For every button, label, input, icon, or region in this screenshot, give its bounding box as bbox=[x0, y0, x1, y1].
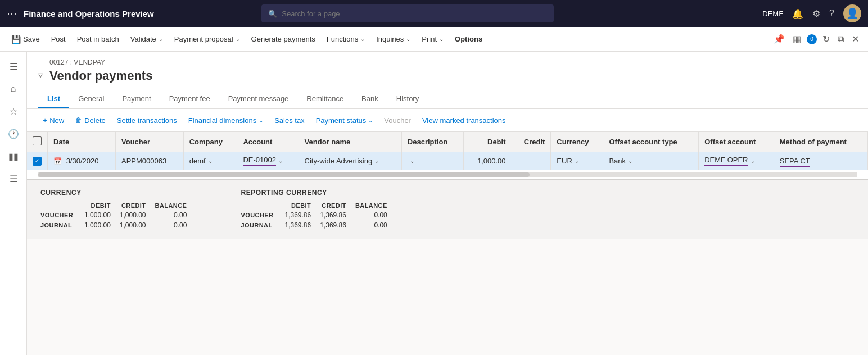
tab-list[interactable]: List bbox=[38, 90, 69, 108]
description-dropdown-icon[interactable]: ⌄ bbox=[410, 158, 414, 164]
tab-remittance[interactable]: Remittance bbox=[297, 90, 352, 108]
offset-account-dropdown-icon[interactable]: ⌄ bbox=[751, 158, 755, 164]
currency-journal-label: JOURNAL bbox=[40, 220, 84, 230]
app-grid-icon[interactable]: ⋯ bbox=[7, 7, 17, 20]
notifications-icon[interactable]: 🔔 bbox=[792, 8, 803, 19]
cell-debit: 1,000.00 bbox=[464, 152, 512, 170]
save-button[interactable]: 💾 Save bbox=[7, 33, 44, 46]
validate-chevron-icon: ⌄ bbox=[159, 36, 163, 42]
post-in-batch-button[interactable]: Post in batch bbox=[73, 33, 124, 45]
options-button[interactable]: Options bbox=[450, 33, 487, 45]
view-marked-transactions-button[interactable]: View marked transactions bbox=[418, 114, 510, 127]
delete-button[interactable]: 🗑 Delete bbox=[71, 114, 110, 127]
calendar-icon[interactable]: 📅 bbox=[53, 157, 62, 165]
offset-account-type-dropdown-icon[interactable]: ⌄ bbox=[628, 158, 632, 164]
cell-offset-account-type: Bank ⌄ bbox=[603, 152, 699, 170]
close-icon[interactable]: ✕ bbox=[849, 31, 861, 47]
tab-payment-fee[interactable]: Payment fee bbox=[160, 90, 219, 108]
payment-status-chevron-icon: ⌄ bbox=[368, 117, 373, 124]
reporting-journal-balance: 0.00 bbox=[355, 220, 396, 230]
col-header-credit: Credit bbox=[512, 132, 551, 152]
col-header-account: Account bbox=[237, 132, 299, 152]
col-header-date: Date bbox=[48, 132, 116, 152]
sidebar-item-recent[interactable]: 🕐 bbox=[3, 124, 24, 144]
tab-general[interactable]: General bbox=[69, 90, 113, 108]
grid-toolbar: + New 🗑 Delete Settle transactions Finan… bbox=[27, 109, 868, 132]
new-button[interactable]: + New bbox=[38, 113, 69, 127]
refresh-icon[interactable]: ↻ bbox=[820, 31, 832, 47]
validate-button[interactable]: Validate ⌄ bbox=[126, 33, 168, 45]
top-nav-right: DEMF 🔔 ⚙ ? 👤 bbox=[762, 4, 861, 22]
breadcrumb: 00127 : VENDPAY bbox=[49, 58, 152, 66]
page-header: ▿ 00127 : VENDPAY Vendor payments List G… bbox=[27, 52, 868, 109]
payment-proposal-button[interactable]: Payment proposal ⌄ bbox=[170, 33, 245, 45]
voucher-button[interactable]: Voucher bbox=[379, 114, 415, 127]
col-header-check bbox=[27, 132, 48, 152]
sales-tax-button[interactable]: Sales tax bbox=[270, 114, 309, 127]
expand-icon[interactable]: ▦ bbox=[790, 31, 803, 47]
data-grid-container: Date Voucher Company Account Vendor name… bbox=[27, 132, 868, 179]
table-row[interactable]: ✓ 📅 3/30/2020 APPM000063 demf ⌄ bbox=[27, 152, 868, 170]
tab-bank[interactable]: Bank bbox=[352, 90, 387, 108]
currency-voucher-label: VOUCHER bbox=[40, 210, 84, 220]
reporting-journal-label: JOURNAL bbox=[241, 220, 284, 230]
currency-debit-header: DEBIT bbox=[84, 201, 120, 210]
generate-payments-button[interactable]: Generate payments bbox=[247, 33, 320, 45]
sidebar-item-workspaces[interactable]: ▮▮ bbox=[3, 146, 24, 166]
tab-history[interactable]: History bbox=[387, 90, 428, 108]
sidebar-item-hamburger[interactable]: ☰ bbox=[3, 56, 24, 76]
header-checkbox[interactable] bbox=[33, 136, 42, 145]
sidebar-item-favorites[interactable]: ☆ bbox=[3, 101, 24, 121]
cell-voucher: APPM000063 bbox=[116, 152, 184, 170]
settle-transactions-button[interactable]: Settle transactions bbox=[112, 114, 182, 127]
open-new-icon[interactable]: ⧉ bbox=[835, 32, 846, 47]
payment-status-button[interactable]: Payment status ⌄ bbox=[311, 114, 378, 127]
top-navigation: ⋯ Finance and Operations Preview 🔍 DEMF … bbox=[0, 0, 868, 27]
cell-currency: EUR ⌄ bbox=[551, 152, 603, 170]
avatar[interactable]: 👤 bbox=[843, 4, 861, 22]
filter-icon[interactable]: ▿ bbox=[38, 70, 43, 80]
print-button[interactable]: Print ⌄ bbox=[417, 33, 448, 45]
col-header-company: Company bbox=[183, 132, 237, 152]
tab-payment[interactable]: Payment bbox=[113, 90, 160, 108]
reporting-journal-row: JOURNAL 1,369.86 1,369.86 0.00 bbox=[241, 220, 396, 230]
currency-section-title: CURRENCY bbox=[40, 189, 196, 197]
pin-icon[interactable]: 📌 bbox=[771, 31, 787, 47]
currency-voucher-debit: 1,000.00 bbox=[84, 210, 120, 220]
vendor-name-dropdown-icon[interactable]: ⌄ bbox=[374, 158, 379, 164]
financial-dimensions-button[interactable]: Financial dimensions ⌄ bbox=[184, 114, 268, 127]
save-icon: 💾 bbox=[11, 35, 21, 44]
data-grid: Date Voucher Company Account Vendor name… bbox=[27, 132, 868, 170]
reporting-voucher-row: VOUCHER 1,369.86 1,369.86 0.00 bbox=[241, 210, 396, 220]
main-content: ▿ 00127 : VENDPAY Vendor payments List G… bbox=[27, 52, 868, 355]
row-checkbox-cell: ✓ bbox=[27, 152, 48, 170]
payment-proposal-chevron-icon: ⌄ bbox=[236, 36, 240, 42]
col-header-debit: Debit bbox=[464, 132, 512, 152]
col-header-description: Description bbox=[401, 132, 463, 152]
inquiries-chevron-icon: ⌄ bbox=[406, 36, 410, 42]
tab-payment-message[interactable]: Payment message bbox=[219, 90, 298, 108]
col-header-offset-account: Offset account bbox=[699, 132, 774, 152]
search-input[interactable] bbox=[282, 10, 547, 18]
currency-journal-balance: 0.00 bbox=[155, 220, 196, 230]
currency-dropdown-icon[interactable]: ⌄ bbox=[575, 158, 579, 164]
currency-voucher-balance: 0.00 bbox=[155, 210, 196, 220]
functions-button[interactable]: Functions ⌄ bbox=[322, 33, 369, 45]
reporting-journal-credit: 1,369.86 bbox=[320, 220, 355, 230]
horizontal-scrollbar[interactable] bbox=[38, 172, 857, 177]
help-icon[interactable]: ? bbox=[829, 8, 834, 19]
row-checkbox[interactable]: ✓ bbox=[33, 157, 42, 166]
currency-journal-credit: 1,000.00 bbox=[120, 220, 155, 230]
col-header-vendor-name: Vendor name bbox=[299, 132, 401, 152]
cell-description: ⌄ bbox=[401, 152, 463, 170]
reporting-voucher-debit: 1,369.86 bbox=[284, 210, 320, 220]
company-dropdown-icon[interactable]: ⌄ bbox=[208, 158, 213, 164]
sidebar-item-home[interactable]: ⌂ bbox=[3, 79, 24, 99]
sidebar-item-modules[interactable]: ☰ bbox=[3, 169, 24, 189]
financial-dimensions-chevron-icon: ⌄ bbox=[259, 117, 263, 124]
settings-icon[interactable]: ⚙ bbox=[812, 8, 820, 19]
inquiries-button[interactable]: Inquiries ⌄ bbox=[372, 33, 415, 45]
post-button[interactable]: Post bbox=[47, 33, 70, 45]
account-dropdown-icon[interactable]: ⌄ bbox=[278, 158, 283, 164]
search-bar[interactable]: 🔍 bbox=[261, 4, 554, 22]
